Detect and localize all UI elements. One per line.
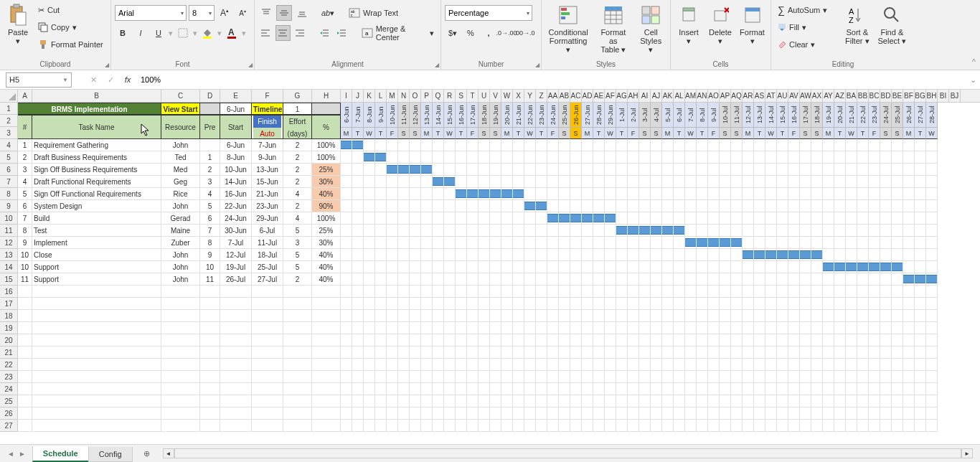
tab-next-button[interactable]: ►	[19, 450, 26, 458]
row-header[interactable]: 8	[0, 188, 17, 200]
gantt-cell[interactable]	[421, 225, 433, 237]
gantt-cell[interactable]	[846, 139, 857, 151]
column-header[interactable]: BD	[880, 90, 892, 102]
cell[interactable]	[605, 286, 616, 298]
gantt-date-header[interactable]: 12-JulM	[743, 103, 754, 139]
cell[interactable]	[616, 420, 628, 432]
row-header[interactable]: 3	[0, 127, 17, 139]
gantt-cell[interactable]	[513, 261, 524, 273]
cell[interactable]	[892, 420, 903, 432]
cell[interactable]	[283, 407, 312, 420]
cell[interactable]	[720, 359, 731, 371]
align-right-button[interactable]	[293, 25, 308, 41]
cell[interactable]	[811, 383, 823, 395]
gantt-cell[interactable]	[616, 273, 628, 286]
cell[interactable]	[639, 420, 651, 432]
gantt-cell[interactable]	[720, 164, 731, 176]
cell[interactable]	[467, 407, 479, 420]
gantt-cell[interactable]	[501, 151, 513, 164]
gantt-cell[interactable]	[467, 151, 479, 164]
cell[interactable]	[252, 359, 283, 371]
find-select-button[interactable]: Find &Select ▾	[875, 2, 910, 47]
cell[interactable]	[892, 286, 903, 298]
gantt-cell[interactable]	[857, 176, 869, 188]
cell[interactable]	[720, 298, 731, 310]
cell[interactable]	[788, 310, 800, 322]
tab-prev-button[interactable]: ◄	[7, 450, 14, 458]
gantt-cell[interactable]	[364, 139, 375, 151]
gantt-cell[interactable]	[398, 261, 410, 273]
gantt-cell[interactable]	[823, 237, 834, 249]
gantt-cell[interactable]	[674, 151, 685, 164]
gantt-cell[interactable]	[536, 151, 547, 164]
gantt-cell[interactable]	[616, 176, 628, 188]
gantt-cell[interactable]	[788, 151, 800, 164]
cell[interactable]: 40%	[312, 273, 341, 286]
gantt-cell[interactable]	[926, 261, 938, 273]
gantt-cell[interactable]	[605, 164, 616, 176]
gantt-cell[interactable]	[857, 151, 869, 164]
gantt-date-header[interactable]: 8-JunW	[364, 103, 375, 139]
gantt-cell[interactable]	[559, 200, 570, 212]
cell[interactable]	[501, 371, 513, 383]
cell[interactable]	[352, 322, 364, 334]
gantt-cell[interactable]	[788, 273, 800, 286]
cell[interactable]	[352, 286, 364, 298]
gantt-cell[interactable]	[743, 164, 754, 176]
cell[interactable]	[754, 286, 765, 298]
cell[interactable]	[834, 334, 846, 346]
cell[interactable]	[352, 395, 364, 407]
cell[interactable]	[605, 420, 616, 432]
gantt-cell[interactable]	[662, 200, 674, 212]
borders-button[interactable]	[175, 25, 191, 41]
cell[interactable]	[788, 334, 800, 346]
cell[interactable]	[364, 420, 375, 432]
gantt-cell[interactable]	[433, 164, 444, 176]
orientation-button[interactable]: ab▾	[320, 5, 336, 21]
cell[interactable]	[651, 322, 662, 334]
gantt-cell[interactable]	[777, 249, 788, 261]
column-header[interactable]: E	[220, 90, 252, 102]
gantt-cell[interactable]	[697, 212, 708, 225]
font-launcher-icon[interactable]: ◢	[248, 62, 253, 68]
gantt-cell[interactable]	[639, 176, 651, 188]
cell[interactable]: 3	[18, 164, 32, 176]
gantt-cell[interactable]	[364, 225, 375, 237]
cell[interactable]	[846, 420, 857, 432]
cell[interactable]	[628, 346, 639, 359]
cell[interactable]	[312, 334, 341, 346]
column-header[interactable]: BE	[892, 90, 903, 102]
gantt-cell[interactable]	[605, 249, 616, 261]
cell[interactable]	[387, 286, 398, 298]
cell[interactable]	[720, 383, 731, 395]
gantt-cell[interactable]	[846, 188, 857, 200]
format-painter-button[interactable]: Format Painter	[35, 37, 106, 52]
cell[interactable]	[387, 346, 398, 359]
cell[interactable]	[697, 322, 708, 334]
cell[interactable]	[616, 346, 628, 359]
cell[interactable]	[421, 286, 433, 298]
gantt-cell[interactable]	[880, 249, 892, 261]
cell[interactable]	[639, 310, 651, 322]
column-header[interactable]: AY	[823, 90, 834, 102]
cell[interactable]	[708, 395, 720, 407]
cell[interactable]	[220, 371, 252, 383]
cell[interactable]	[559, 395, 570, 407]
gantt-cell[interactable]	[582, 249, 593, 261]
cell[interactable]	[880, 383, 892, 395]
cell[interactable]	[32, 359, 161, 371]
cell[interactable]	[720, 371, 731, 383]
gantt-cell[interactable]	[731, 188, 743, 200]
cell[interactable]	[364, 395, 375, 407]
cell[interactable]	[834, 298, 846, 310]
gantt-cell[interactable]	[720, 151, 731, 164]
cell[interactable]	[352, 407, 364, 420]
cell[interactable]	[915, 286, 926, 298]
row-header[interactable]: 14	[0, 261, 17, 273]
cell[interactable]	[570, 395, 582, 407]
gantt-cell[interactable]	[398, 273, 410, 286]
cell[interactable]	[788, 322, 800, 334]
gantt-cell[interactable]	[375, 249, 387, 261]
cell[interactable]	[639, 359, 651, 371]
cell[interactable]	[788, 298, 800, 310]
